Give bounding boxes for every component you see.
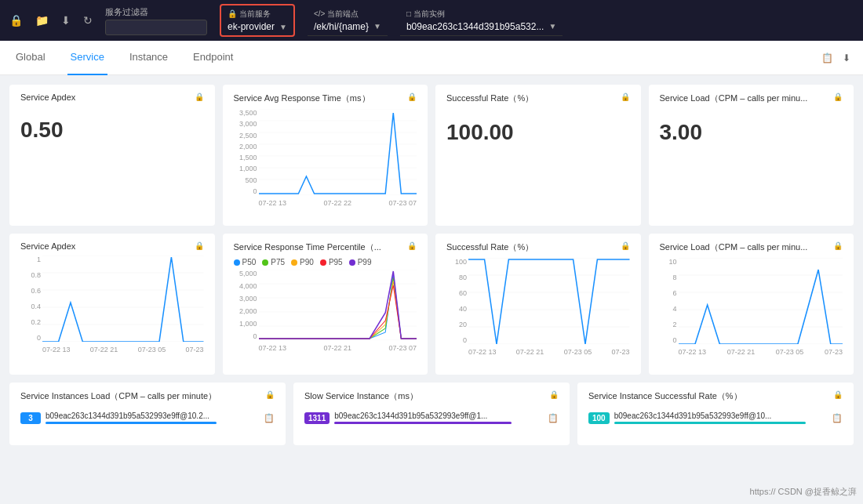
chart-x-labels-3: 07-22 1307-22 2107-23 07 <box>259 344 417 352</box>
percentile-legend: P50 P75 P90 P95 P99 <box>234 258 417 267</box>
card-title-load-2: Service Load（CPM – calls per minu... 🔒 <box>660 241 843 253</box>
chart-x-labels-4: 07-22 1307-22 2107-23 0507-23 <box>468 348 630 356</box>
instance-row-1: 3 b09eac263c1344d391b95a532993e9ff@10.2.… <box>20 408 275 427</box>
instance-badge-1: 3 <box>20 412 41 424</box>
tab-actions: 📋 ⬇ <box>821 53 850 63</box>
endpoint-selector[interactable]: </> 当前端点 /ek/hi/{name} ▼ <box>308 5 388 36</box>
tab-service[interactable]: Service <box>67 41 107 75</box>
instance-name-3: b09eac263c1344d391b95a532993e9ff@10... <box>614 412 827 420</box>
service-selector[interactable]: 🔒 当前服务 ek-provider ▼ <box>220 4 295 37</box>
card-lock-icon-4[interactable]: 🔒 <box>833 92 843 101</box>
card-title-avg-response: Service Avg Response Time（ms） 🔒 <box>234 92 417 104</box>
service-selector-label: 🔒 当前服务 <box>228 9 287 20</box>
card-avg-response: Service Avg Response Time（ms） 🔒 3,5003,0… <box>223 85 428 226</box>
instance-success-title: Service Instance Successful Rate（%） 🔒 <box>588 390 843 402</box>
card-lock-icon-8[interactable]: 🔒 <box>833 241 843 250</box>
instance-chevron-icon: ▼ <box>548 22 556 31</box>
success-rate-value: 100.00 <box>446 120 630 145</box>
card-lock-icon-7[interactable]: 🔒 <box>621 241 630 250</box>
card-slow-instance: Slow Service Instance（ms） 🔒 1311 b09eac2… <box>293 383 570 445</box>
card-title-load-1: Service Load（CPM – calls per minu... 🔒 <box>660 92 843 104</box>
card-successful-rate-1: Successful Rate（%） 🔒 100.00 <box>435 85 641 226</box>
card-title-apdex-2: Service Apdex 🔒 <box>20 241 204 251</box>
card-lock-icon-9[interactable]: 🔒 <box>265 390 275 402</box>
server-icon: □ <box>406 9 411 18</box>
download-icon[interactable]: ⬇ <box>61 14 71 27</box>
instance-name-2: b09eac263c1344d391b95a532993e9ff@1... <box>334 412 543 420</box>
legend-p50: P50 <box>234 258 257 267</box>
lock-toolbar-icon[interactable]: 🔒 <box>9 14 23 27</box>
tab-bar: Global Service Instance Endpoint 📋 ⬇ <box>0 41 863 75</box>
card-instance-success-rate: Service Instance Successful Rate（%） 🔒 10… <box>577 383 854 445</box>
card-lock-icon-10[interactable]: 🔒 <box>549 390 559 402</box>
endpoint-selector-label: </> 当前端点 <box>314 9 381 20</box>
legend-p90: P90 <box>291 258 314 267</box>
chart-x-labels-5: 07-22 1307-22 2107-23 0507-23 <box>679 348 843 356</box>
card-service-apdex-2: Service Apdex 🔒 10.80.60.40.20 <box>9 234 215 375</box>
card-lock-icon-6[interactable]: 🔒 <box>407 241 417 250</box>
instance-badge-2: 1311 <box>304 412 330 424</box>
endpoint-selector-value: /ek/hi/{name} ▼ <box>314 21 381 32</box>
card-successful-rate-2: Successful Rate（%） 🔒 100806040200 <box>435 234 641 375</box>
instance-row-2: 1311 b09eac263c1344d391b95a532993e9ff@1.… <box>304 408 559 427</box>
card-title-success-1: Successful Rate（%） 🔒 <box>446 92 630 104</box>
card-lock-icon-11[interactable]: 🔒 <box>833 390 843 402</box>
code-icon: </> <box>314 9 325 18</box>
refresh-icon[interactable]: ↻ <box>83 14 93 27</box>
card-instances-load: Service Instances Load（CPM – calls per m… <box>9 383 286 445</box>
row-1: Service Apdex 🔒 0.50 Service Avg Respons… <box>9 85 854 226</box>
filter-input[interactable] <box>105 20 207 35</box>
instance-selector-value: b09eac263c1344d391b95a532... ▼ <box>406 21 556 32</box>
instances-load-title: Service Instances Load（CPM – calls per m… <box>20 390 275 402</box>
instance-badge-3: 100 <box>588 412 610 424</box>
instance-selector[interactable]: □ 当前实例 b09eac263c1344d391b95a532... ▼ <box>400 5 563 36</box>
chart-x-labels-2: 07-22 1307-22 2107-23 0507-23 <box>42 346 204 354</box>
card-title-apdex-1: Service Apdex 🔒 <box>20 92 204 102</box>
row-2: Service Apdex 🔒 10.80.60.40.20 <box>9 234 854 375</box>
card-response-percentile: Service Response Time Percentile（... 🔒 P… <box>223 234 428 375</box>
service-lock-icon: 🔒 <box>228 9 237 18</box>
copy-icon-1[interactable]: 📋 <box>264 413 275 423</box>
chart-x-labels: 07-22 1307-22 2207-23 07 <box>259 199 417 207</box>
row-3: Service Instances Load（CPM – calls per m… <box>9 383 854 445</box>
tab-endpoint[interactable]: Endpoint <box>190 41 236 75</box>
export-icon[interactable]: ⬇ <box>843 53 850 63</box>
card-title-percentile: Service Response Time Percentile（... 🔒 <box>234 241 417 253</box>
legend-p99: P99 <box>349 258 372 267</box>
card-lock-icon-3[interactable]: 🔒 <box>621 92 630 101</box>
dashboard: Service Apdex 🔒 0.50 Service Avg Respons… <box>0 75 863 455</box>
card-service-load-1: Service Load（CPM – calls per minu... 🔒 3… <box>649 85 854 226</box>
endpoint-chevron-icon: ▼ <box>373 22 381 31</box>
copy-icon-2[interactable]: 📋 <box>548 413 559 423</box>
service-filter: 服务过滤器 <box>105 6 207 35</box>
filter-label: 服务过滤器 <box>105 6 207 18</box>
service-load-value: 3.00 <box>660 120 843 145</box>
toolbar: 🔒 📁 ⬇ ↻ 服务过滤器 🔒 当前服务 ek-provider ▼ </> 当… <box>0 0 863 41</box>
add-dashboard-icon[interactable]: 📋 <box>821 53 833 63</box>
legend-p95: P95 <box>320 258 343 267</box>
chevron-down-icon: ▼ <box>279 23 287 31</box>
instance-selector-label: □ 当前实例 <box>406 9 556 20</box>
legend-p75: P75 <box>262 258 285 267</box>
service-selector-value: ek-provider ▼ <box>228 21 287 32</box>
card-service-apdex-1: Service Apdex 🔒 0.50 <box>9 85 215 226</box>
instance-name-1: b09eac263c1344d391b95a532993e9ff@10.2... <box>46 412 259 420</box>
copy-icon-3[interactable]: 📋 <box>832 413 843 423</box>
card-lock-icon-5[interactable]: 🔒 <box>195 241 204 250</box>
apdex-value: 0.50 <box>20 118 204 143</box>
tab-global[interactable]: Global <box>13 41 49 75</box>
card-service-load-2: Service Load（CPM – calls per minu... 🔒 1… <box>649 234 854 375</box>
card-lock-icon[interactable]: 🔒 <box>195 92 204 101</box>
instance-row-3: 100 b09eac263c1344d391b95a532993e9ff@10.… <box>588 408 843 427</box>
tab-instance[interactable]: Instance <box>126 41 171 75</box>
slow-instance-title: Slow Service Instance（ms） 🔒 <box>304 390 559 402</box>
card-lock-icon-2[interactable]: 🔒 <box>407 92 417 101</box>
folder-icon[interactable]: 📁 <box>35 14 49 27</box>
card-title-success-2: Successful Rate（%） 🔒 <box>446 241 630 253</box>
